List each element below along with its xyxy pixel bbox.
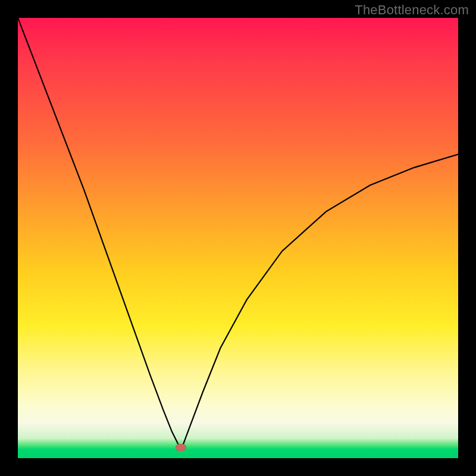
bottleneck-curve — [18, 18, 458, 458]
bottleneck-curve-path — [18, 18, 458, 447]
plot-area — [18, 18, 458, 458]
chart-frame: TheBottleneck.com — [0, 0, 476, 476]
watermark-text: TheBottleneck.com — [355, 2, 469, 18]
optimal-point-marker — [176, 444, 186, 451]
